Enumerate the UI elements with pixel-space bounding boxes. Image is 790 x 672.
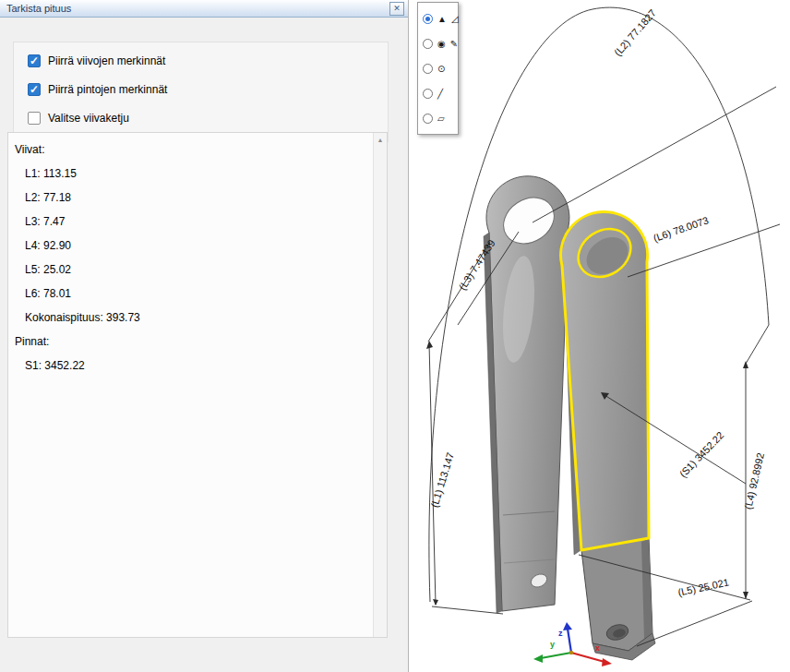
palette-row-edit[interactable]: ◉ ✎ [423,31,454,56]
radio-mode-5[interactable] [423,114,433,124]
radio-mode-2[interactable] [423,39,433,49]
list-item-l2: L2: 77.18 [15,186,366,210]
scroll-up-icon[interactable]: ▲ [374,133,387,147]
option-label: Piirrä viivojen merkinnät [48,54,165,67]
option-label: Valitse viivaketju [48,112,129,125]
model-foot[interactable] [581,538,655,660]
plane-icon[interactable]: ◿ [451,15,459,24]
palette-row-point[interactable]: ⊙ [423,56,454,81]
dialog-title: Tarkista pituus [6,3,71,14]
cad-viewport[interactable]: ▲ ◿ ◉ ✎ ⊙ ╱ ▱ [410,0,790,672]
dimension-label-l6: (L6) 78.0073 [652,214,710,244]
selection-mode-palette: ▲ ◿ ◉ ✎ ⊙ ╱ ▱ [417,2,459,135]
list-item-s1: S1: 3452.22 [15,354,366,378]
palette-row-vertex[interactable]: ▲ ◿ [423,6,454,31]
leader-l6 [628,224,780,277]
close-button[interactable]: ✕ [389,2,404,16]
model-canvas[interactable]: (L2) 77.1827 (L6) 78.0073 (L3) 7.47439 (… [410,0,790,672]
leader-l2 [533,87,776,222]
dimension-line-l1 [429,343,436,605]
model-left-plate[interactable] [484,176,569,613]
list-item-l6: L6: 78.01 [15,282,366,306]
point-icon[interactable]: ⊙ [437,65,445,74]
pencil-icon[interactable]: ✎ [450,40,458,49]
option-select-line-chain[interactable]: Valitse viivaketju [28,112,377,125]
list-item-l5: L5: 25.02 [15,258,366,282]
axis-z-label: z [558,629,563,638]
circle-point-icon[interactable]: ◉ [437,40,446,49]
dimension-label-l2: (L2) 77.1827 [612,7,658,58]
palette-row-face[interactable]: ▱ [423,106,454,131]
checkbox-select-line-chain[interactable] [28,112,41,125]
connector-line [746,325,769,364]
option-draw-line-marks[interactable]: Piirrä viivojen merkinnät [28,54,377,67]
dimension-label-l5: (L5) 25.021 [676,576,730,597]
options-group: Piirrä viivojen merkinnät Piirrä pintoje… [13,42,389,142]
radio-mode-3[interactable] [423,64,433,74]
option-draw-surface-marks[interactable]: Piirrä pintojen merkinnät [28,83,377,96]
lines-header: Viivat: [15,138,366,162]
palette-row-line[interactable]: ╱ [423,81,454,106]
check-length-dialog: Tarkista pituus ✕ Piirrä viivojen merkin… [0,0,409,672]
axis-x-label: x [595,643,600,653]
list-item-total: Kokonaispituus: 393.73 [15,306,366,330]
radio-mode-1[interactable] [423,14,433,24]
surfaces-header: Pinnat: [15,330,366,354]
list-item-l4: L4: 92.90 [15,234,366,258]
option-label: Piirrä pintojen merkinnät [48,83,167,96]
axis-y-arrow [541,653,571,658]
checkbox-draw-line-marks[interactable] [28,54,41,67]
axis-x-arrow [571,653,604,662]
list-item-l1: L1: 113.15 [15,162,366,186]
checkbox-draw-surface-marks[interactable] [28,83,41,96]
face-icon[interactable]: ▱ [437,114,445,124]
extension-bottom-left [432,606,503,614]
list-item-l3: L3: 7.47 [15,210,366,234]
scrollbar[interactable]: ▲ [373,133,387,637]
extension-foot [637,601,752,646]
axis-z-arrow [568,629,571,653]
axis-y-label: y [550,640,555,649]
dialog-titlebar[interactable]: Tarkista pituus ✕ [0,0,408,18]
results-list: Viivat: L1: 113.15 L2: 77.18 L3: 7.47 L4… [7,132,388,638]
dimension-label-s1: (S1) 3452.22 [677,429,726,479]
radio-mode-4[interactable] [423,89,433,99]
arrow-up-icon[interactable]: ▲ [437,15,447,24]
line-icon[interactable]: ╱ [437,90,443,99]
